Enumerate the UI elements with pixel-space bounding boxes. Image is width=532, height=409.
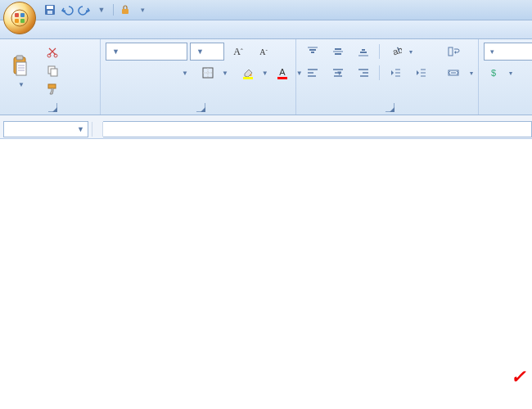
alignment-expand[interactable]	[385, 103, 394, 112]
formula-input[interactable]	[103, 121, 532, 137]
grow-font-button[interactable]: Aˆ	[227, 43, 250, 61]
formula-bar: ▼	[0, 120, 532, 139]
chevron-down-icon: ▼	[262, 70, 268, 77]
svg-rect-18	[51, 69, 57, 76]
svg-rect-19	[48, 84, 56, 88]
separator	[379, 44, 380, 59]
fill-color-button[interactable]	[237, 64, 259, 82]
font-expand[interactable]	[196, 103, 205, 112]
copy-button[interactable]	[41, 61, 64, 79]
ribbon: ▼ ▼ ▼	[0, 39, 532, 115]
font-color-button[interactable]: A	[271, 64, 294, 82]
svg-rect-51	[449, 47, 453, 56]
svg-rect-1	[15, 13, 19, 17]
svg-rect-11	[16, 62, 26, 75]
svg-text:$: $	[491, 68, 496, 78]
shrink-font-button[interactable]: Aˇ	[252, 43, 275, 61]
svg-rect-33	[360, 52, 367, 53]
svg-rect-31	[335, 53, 341, 55]
align-center-button[interactable]	[327, 64, 349, 82]
ext-dropdown-icon[interactable]: ▾	[135, 2, 150, 17]
wrap-text-button[interactable]	[442, 43, 473, 61]
accounting-format-button[interactable]: $	[484, 64, 507, 82]
svg-rect-32	[362, 49, 365, 51]
svg-rect-8	[122, 9, 128, 14]
border-button[interactable]	[196, 64, 219, 82]
chevron-down-icon: ▼	[77, 125, 84, 133]
font-name-combo[interactable]: ▼	[106, 43, 187, 61]
group-number: ▾ $ ▾	[479, 39, 532, 115]
redo-icon[interactable]	[77, 2, 92, 17]
svg-rect-29	[335, 48, 341, 50]
percent-button[interactable]	[515, 64, 532, 82]
undo-icon[interactable]	[60, 2, 74, 17]
decrease-indent-button[interactable]	[384, 64, 407, 82]
group-font: ▼ ▼ Aˆ Aˇ ▼ ▼ ▼ A ▼ ▼	[101, 39, 296, 115]
chevron-down-icon: ▾	[409, 48, 413, 56]
chevron-down-icon: ▾	[490, 47, 494, 56]
align-left-button[interactable]	[301, 64, 324, 82]
increase-indent-button[interactable]	[409, 64, 432, 82]
chevron-down-icon: ▾	[470, 70, 473, 77]
qat-separator	[113, 4, 114, 16]
fx-label[interactable]	[92, 122, 103, 137]
chevron-down-icon: ▼	[196, 47, 204, 56]
svg-rect-10	[16, 56, 23, 60]
svg-rect-27	[309, 49, 316, 51]
svg-rect-25	[277, 77, 287, 79]
italic-button[interactable]	[131, 64, 154, 82]
group-alignment: ab ▾	[296, 39, 479, 115]
svg-rect-7	[47, 11, 52, 14]
qat-dropdown-icon[interactable]: ▼	[94, 2, 109, 17]
number-format-combo[interactable]: ▾	[484, 43, 532, 61]
align-right-button[interactable]	[352, 64, 375, 82]
office-button[interactable]	[3, 2, 36, 34]
svg-rect-6	[47, 6, 53, 9]
svg-text:A: A	[279, 67, 286, 77]
orientation-button[interactable]: ab	[384, 43, 407, 61]
cut-button[interactable]	[41, 43, 64, 61]
svg-text:ab: ab	[391, 45, 402, 57]
underline-button[interactable]	[156, 64, 179, 82]
chevron-down-icon: ▾	[509, 70, 512, 77]
chevron-down-icon: ▼	[222, 70, 228, 77]
svg-rect-28	[311, 52, 314, 53]
align-bottom-button[interactable]	[352, 43, 375, 61]
chevron-down-icon: ▼	[18, 81, 25, 88]
align-middle-button[interactable]	[327, 43, 349, 61]
svg-rect-23	[243, 77, 253, 79]
separator	[379, 65, 380, 80]
clipboard-expand[interactable]	[48, 103, 57, 112]
font-size-combo[interactable]: ▼	[190, 43, 224, 61]
quick-access-toolbar: ▼ ▾	[43, 2, 150, 17]
name-box[interactable]: ▼	[3, 121, 88, 137]
svg-point-0	[11, 10, 28, 26]
svg-rect-4	[20, 19, 25, 23]
chevron-down-icon: ▼	[182, 70, 188, 77]
svg-rect-3	[15, 19, 19, 23]
chevron-down-icon: ▼	[112, 47, 119, 56]
ribbon-tabs	[0, 20, 532, 39]
align-top-button[interactable]	[301, 43, 324, 61]
bold-button[interactable]	[106, 64, 128, 82]
ext-lock-icon[interactable]	[118, 2, 133, 17]
save-icon[interactable]	[43, 2, 57, 17]
paste-button[interactable]: ▼	[5, 43, 38, 100]
svg-rect-2	[20, 13, 25, 17]
format-painter-button[interactable]	[41, 80, 64, 98]
group-clipboard: ▼	[0, 39, 101, 115]
merge-center-button[interactable]: ▾	[442, 64, 473, 82]
